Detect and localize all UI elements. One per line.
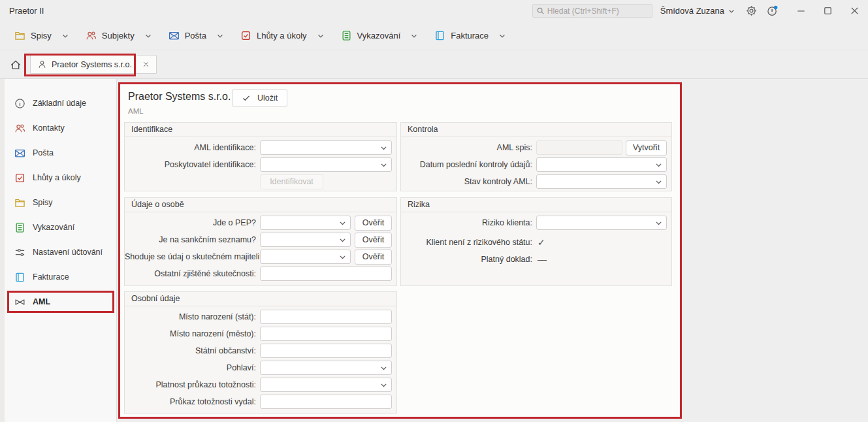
sidebar-item-posta[interactable]: Pošta xyxy=(0,140,116,165)
page-subtitle: AML xyxy=(128,107,144,115)
chevron-down-icon xyxy=(654,219,663,227)
sidebar-item-spisy[interactable]: Spisy xyxy=(0,190,116,215)
people-icon xyxy=(14,123,25,134)
chevron-down-icon xyxy=(728,7,735,15)
chevron-down-icon xyxy=(338,236,347,244)
field-label: Je na sankčním seznamu? xyxy=(125,235,260,244)
chevron-down-icon xyxy=(654,178,663,186)
menu-posta[interactable]: Pošta xyxy=(169,30,224,41)
section-osobni-udaje: Osobní údaje Místo narození (stát): Míst… xyxy=(124,291,397,414)
minimize-button[interactable] xyxy=(796,6,806,16)
content-area: Základní údaje Kontakty Pošta Lhůty a úk… xyxy=(0,79,868,422)
app-title: Praetor II xyxy=(9,6,44,16)
vytvorit-button[interactable]: Vytvořit xyxy=(626,140,667,155)
sidebar: Základní údaje Kontakty Pošta Lhůty a úk… xyxy=(0,79,117,422)
titlebar-right: Šmídová Zuzana xyxy=(532,0,868,22)
clipboard-icon xyxy=(341,30,352,41)
sidebar-item-fakturace[interactable]: Fakturace xyxy=(0,265,116,289)
section-rizika: Rizika Riziko klienta: Klient není z riz… xyxy=(400,197,672,286)
sidebar-item-lhuty-a-ukoly[interactable]: Lhůty a úkoly xyxy=(0,165,116,190)
save-button-label: Uložit xyxy=(257,93,278,103)
person-icon xyxy=(37,59,47,69)
sidebar-item-label: Nastavení účtování xyxy=(33,248,103,257)
sidebar-item-zakladni-udaje[interactable]: Základní údaje xyxy=(0,91,116,116)
menu-lhuty-a-ukoly[interactable]: Lhůty a úkoly xyxy=(240,30,325,41)
chevron-down-icon xyxy=(61,32,69,40)
field-label: AML spis: xyxy=(401,143,536,152)
section-kontrola: Kontrola AML spis: Vytvořit Datum posled… xyxy=(400,122,672,191)
sliders-icon xyxy=(14,247,25,258)
field-label: Pohlaví: xyxy=(125,363,260,372)
sidebar-item-label: Základní údaje xyxy=(33,99,86,108)
prukaz-vydal-field[interactable] xyxy=(260,395,392,409)
statni-obcanstvi-field[interactable] xyxy=(260,344,392,358)
ostatni-skutecnosti-field[interactable] xyxy=(260,267,392,281)
chevron-down-icon xyxy=(379,161,388,169)
close-window-button[interactable] xyxy=(850,6,860,16)
menu-subjekty[interactable]: Subjekty xyxy=(86,30,152,41)
identifikovat-button[interactable]: Identifikovat xyxy=(260,174,323,189)
sidebar-item-vykazovani[interactable]: Vykazování xyxy=(0,215,116,240)
aml-identifikace-select[interactable] xyxy=(260,140,392,155)
chevron-down-icon xyxy=(654,161,663,169)
tab-close-icon[interactable] xyxy=(142,61,150,68)
envelope-icon xyxy=(169,30,180,41)
sidebar-item-nastaveni-uctovani[interactable]: Nastavení účtování xyxy=(0,240,116,265)
aml-icon xyxy=(14,297,25,308)
datum-posledni-kontroly-select[interactable] xyxy=(536,157,667,172)
overit-sankcni-button[interactable]: Ověřit xyxy=(355,233,392,248)
menu-vykazovani[interactable]: Vykazování xyxy=(341,30,419,41)
field-label: Stav kontroly AML: xyxy=(401,177,536,186)
page-title: Praetor Systems s.r.o. xyxy=(128,91,231,103)
menu-fakturace[interactable]: Fakturace xyxy=(434,30,506,41)
overit-pep-button[interactable]: Ověřit xyxy=(355,216,392,231)
search-icon xyxy=(536,7,545,15)
platnost-prukazu-select[interactable] xyxy=(260,378,392,392)
save-button[interactable]: Uložit xyxy=(232,89,287,106)
misto-narozeni-stat-field[interactable] xyxy=(260,310,392,324)
sankcni-seznam-select[interactable] xyxy=(260,233,351,247)
aml-spis-field xyxy=(536,140,622,155)
misto-narozeni-mesto-field[interactable] xyxy=(260,327,392,341)
riziko-klienta-select[interactable] xyxy=(536,216,667,230)
field-label: Platný doklad: xyxy=(401,255,536,264)
pohlavi-select[interactable] xyxy=(260,361,392,375)
field-label: AML identifikace: xyxy=(125,143,260,152)
user-menu[interactable]: Šmídová Zuzana xyxy=(660,6,735,16)
maximize-button[interactable] xyxy=(823,6,833,16)
user-name: Šmídová Zuzana xyxy=(660,6,724,16)
sidebar-item-kontakty[interactable]: Kontakty xyxy=(0,116,116,140)
tab-praetor-systems[interactable]: Praetor Systems s.r.o. xyxy=(30,55,157,74)
help-notification-icon[interactable] xyxy=(767,5,778,16)
section-title: Kontrola xyxy=(401,123,671,137)
menu-label: Pošta xyxy=(185,31,206,41)
search-input[interactable] xyxy=(545,7,649,16)
home-icon[interactable] xyxy=(10,59,22,71)
chevron-down-icon xyxy=(338,219,347,227)
invoice-icon xyxy=(14,272,25,283)
folder-icon xyxy=(14,197,25,208)
field-label: Shoduje se údaj o skutečném majiteli? xyxy=(125,252,260,261)
poskytovatel-identifikace-select[interactable] xyxy=(260,157,392,172)
chevron-down-icon xyxy=(317,32,325,40)
menu-spisy[interactable]: Spisy xyxy=(14,30,69,41)
titlebar: Praetor II Šmídová Zuzana xyxy=(0,0,868,22)
chevron-down-icon xyxy=(338,253,347,261)
stav-kontroly-aml-select[interactable] xyxy=(536,174,667,189)
field-label: Datum poslední kontroly údajů: xyxy=(401,160,536,169)
pep-select[interactable] xyxy=(260,216,351,230)
overit-majitel-button[interactable]: Ověřit xyxy=(355,250,392,265)
sidebar-item-label: Lhůty a úkoly xyxy=(33,173,81,182)
field-label: Průkaz totožnosti vydal: xyxy=(125,397,260,406)
chevron-down-icon xyxy=(410,32,418,40)
sidebar-item-aml[interactable]: AML xyxy=(0,289,116,314)
global-search-box[interactable] xyxy=(532,4,652,18)
chevron-down-icon xyxy=(216,32,224,40)
tabbar: Praetor Systems s.r.o. xyxy=(0,50,868,79)
chevron-down-icon xyxy=(379,144,388,152)
sidebar-item-label: Fakturace xyxy=(33,272,69,282)
sidebar-item-label: Pošta xyxy=(33,148,54,157)
main-panel: Praetor Systems s.r.o. AML Uložit Identi… xyxy=(120,84,681,417)
skutecny-majitel-select[interactable] xyxy=(260,250,351,264)
settings-gear-icon[interactable] xyxy=(746,5,757,16)
